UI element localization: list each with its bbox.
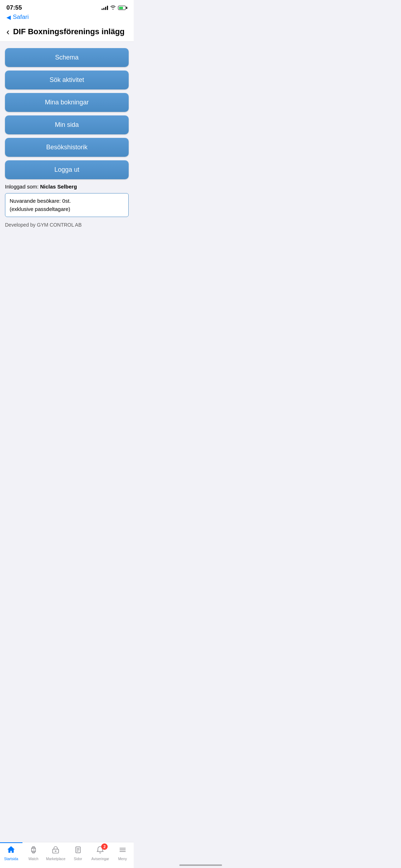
wifi-icon [110, 5, 116, 11]
page-title: DIF Boxningsförenings inlägg [13, 27, 127, 36]
status-icons [102, 5, 127, 11]
mina-bokningar-button[interactable]: Mina bokningar [5, 93, 129, 112]
back-button[interactable]: ‹ [6, 27, 10, 36]
signal-icon [102, 6, 108, 10]
status-bar: 07:55 [0, 0, 134, 13]
visitors-box: Nuvarande besökare: 0st. (exklusive pass… [5, 193, 129, 217]
visitors-line2: (exklusive passdeltagare) [10, 205, 124, 213]
main-content: Schema Sök aktivitet Mina bokningar Min … [0, 42, 134, 234]
developed-by: Developed by GYM CONTROL AB [5, 222, 129, 228]
logged-in-name: Niclas Selberg [40, 184, 77, 190]
sok-aktivitet-button[interactable]: Sök aktivitet [5, 71, 129, 89]
min-sida-button[interactable]: Min sida [5, 115, 129, 134]
visitors-line1: Nuvarande besökare: 0st. [10, 197, 124, 205]
besokshistorik-button[interactable]: Besökshistorik [5, 138, 129, 157]
safari-back-arrow: ◀ [6, 14, 11, 21]
schema-button[interactable]: Schema [5, 48, 129, 67]
status-time: 07:55 [6, 4, 22, 11]
safari-label[interactable]: Safari [13, 14, 29, 21]
logged-in-prefix: Inloggad som: [5, 184, 40, 190]
logga-ut-button[interactable]: Logga ut [5, 160, 129, 179]
battery-icon [118, 6, 127, 10]
logged-in-info: Inloggad som: Niclas Selberg [5, 184, 129, 190]
nav-header: ‹ DIF Boxningsförenings inlägg [0, 24, 134, 42]
safari-bar: ◀ Safari [0, 13, 134, 24]
